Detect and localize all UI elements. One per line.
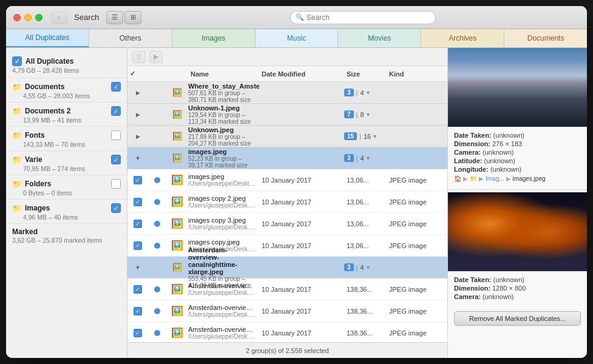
fonts-checkbox[interactable] xyxy=(111,130,121,140)
varie-checkbox[interactable]: ✓ xyxy=(111,155,121,164)
tab-others[interactable]: Others xyxy=(89,29,172,47)
file-checkbox[interactable]: ✓ xyxy=(134,198,142,206)
expand-icon[interactable]: ▼ xyxy=(127,265,148,271)
group-file-icon: 🖼️ xyxy=(166,132,188,141)
color-dot xyxy=(154,221,160,227)
list-item[interactable]: ✓ 🖼️ images copy 3.jpeg /Users/giuseppe/… xyxy=(127,213,447,235)
list-item[interactable]: ✓ 🖼️ Amsterdam-overview-canalnighttime-x… xyxy=(127,300,447,322)
badge-dropdown[interactable]: ▾ xyxy=(367,111,370,118)
minimize-button[interactable] xyxy=(24,14,32,21)
col-date[interactable]: Date Modified xyxy=(259,70,344,78)
sidebar-item-images[interactable]: 📁 Images ✓ 4,96 MB – 40 items xyxy=(6,200,127,224)
list-item[interactable]: ✓ 🖼️ images copy 2.jpeg /Users/giuseppe/… xyxy=(127,191,447,213)
preview-meta-1: Date Taken: (unknown) Dimension: 276 × 1… xyxy=(448,127,587,187)
expand-icon[interactable]: ▶ xyxy=(127,90,148,96)
col-name[interactable]: Name xyxy=(188,70,259,78)
group-name-cell: Unknown.jpeg 217,89 KB in group – 204,27… xyxy=(188,126,259,147)
sidebar-item-marked[interactable]: Marked 3,62 GB – 25.870 marked items xyxy=(6,224,127,246)
color-dot xyxy=(154,199,160,205)
group-row[interactable]: ▶ 🖼️ Where_to_stay_Amsterdam.jpg 507,61 … xyxy=(127,82,447,104)
search-input[interactable] xyxy=(307,13,430,22)
breadcrumb: 🏠 ▶ 📁 ▶ Imag... ▶ images.jpeg xyxy=(454,175,581,182)
expand-icon[interactable]: ▶ xyxy=(127,112,148,118)
folder-icon: 📁 xyxy=(12,83,22,92)
statusbar: 2 group(s) of 2.558 selected xyxy=(127,342,447,358)
col-size[interactable]: Size xyxy=(344,70,387,78)
breadcrumb-current: images.jpeg xyxy=(513,175,546,182)
filelist-scroll[interactable]: ▶ 🖼️ Where_to_stay_Amsterdam.jpg 507,61 … xyxy=(127,82,447,342)
group-row[interactable]: ▶ 🖼️ Unknown-1.jpeg 129,54 KB in group –… xyxy=(127,104,447,126)
traffic-lights xyxy=(13,14,42,21)
group-name-cell: Where_to_stay_Amsterdam.jpg 507,61 KB in… xyxy=(188,83,259,103)
file-checkbox[interactable]: ✓ xyxy=(134,329,142,337)
search-icon: 🔍 xyxy=(296,13,304,21)
list-view-button[interactable]: ☰ xyxy=(106,11,123,24)
file-icon: 🖼️ xyxy=(166,327,188,339)
group-badge: 15 | 16 ▾ xyxy=(344,132,387,140)
tab-music[interactable]: Music xyxy=(256,29,339,47)
folders-checkbox[interactable] xyxy=(111,179,121,189)
sidebar: ✓ All Duplicates 4,79 GB – 28.428 items … xyxy=(6,48,127,358)
folder-icon: 📁 xyxy=(12,204,22,213)
tab-archives[interactable]: Archives xyxy=(421,29,504,47)
back-button[interactable]: ‹ xyxy=(51,12,67,24)
group-row[interactable]: ▶ 🖼️ Unknown.jpeg 217,89 KB in group – 2… xyxy=(127,126,447,147)
color-dot xyxy=(154,308,160,314)
file-checkbox[interactable]: ✓ xyxy=(134,220,142,228)
file-checkbox[interactable]: ✓ xyxy=(134,176,142,184)
close-button[interactable] xyxy=(13,14,21,21)
folder-icon: 📁 xyxy=(12,155,22,164)
badge-dropdown[interactable]: ▾ xyxy=(373,133,376,140)
preview-image-1 xyxy=(448,48,587,127)
sidebar-item-fonts[interactable]: 📁 Fonts 143,33 MB – 70 items xyxy=(6,127,127,151)
column-view-button[interactable]: ⊞ xyxy=(124,11,141,24)
sidebar-item-all-duplicates[interactable]: ✓ All Duplicates 4,79 GB – 28.428 items xyxy=(6,52,127,78)
images-checkbox[interactable]: ✓ xyxy=(111,203,121,213)
tab-documents[interactable]: Documents xyxy=(504,29,587,47)
list-item[interactable]: ✓ 🖼️ Amsterdam-overview-canalnighttime-x… xyxy=(127,278,447,300)
file-checkbox[interactable]: ✓ xyxy=(134,285,142,294)
meta-dimension-2: Dimension: 1280 × 800 xyxy=(454,285,581,292)
color-dot xyxy=(154,286,160,292)
documents2-checkbox[interactable]: ✓ xyxy=(111,106,121,116)
titlebar-title: Search xyxy=(74,13,99,22)
meta-camera-2: Camera: (unknown) xyxy=(454,293,581,300)
sidebar-item-documents[interactable]: 📁 Documents ✓ 4,55 GB – 28.003 items xyxy=(6,78,127,103)
play-button[interactable]: ▶ xyxy=(149,51,163,63)
group-row-selected[interactable]: ▼ 🖼️ images.jpeg 52,23 KB in group – 39,… xyxy=(127,147,447,169)
sidebar-item-varie[interactable]: 📁 Varie ✓ 70,95 MB – 274 items xyxy=(6,151,127,175)
search-bar: 🔍 xyxy=(146,11,580,24)
expand-icon[interactable]: ▼ xyxy=(127,155,148,161)
breadcrumb-folder[interactable]: 📁 xyxy=(470,175,477,182)
preview-divider xyxy=(448,189,587,190)
meta-longitude: Longitude: (unknown) xyxy=(454,166,581,173)
folder-icon: 📁 xyxy=(12,107,22,116)
file-icon: 🖼️ xyxy=(166,240,188,251)
filter-button[interactable]: ▽ xyxy=(132,51,146,63)
badge-dropdown[interactable]: ▾ xyxy=(367,264,370,271)
file-checkbox[interactable]: ✓ xyxy=(134,307,142,315)
breadcrumb-imag[interactable]: Imag... xyxy=(486,175,504,182)
tab-images[interactable]: Images xyxy=(172,29,256,47)
remove-duplicates-button[interactable]: Remove All Marked Duplicates... xyxy=(454,311,581,326)
tab-all-duplicates[interactable]: All Duplicates xyxy=(6,29,89,47)
expand-icon[interactable]: ▶ xyxy=(127,133,148,140)
group-row-selected[interactable]: ▼ 🖼️ Amsterdam-overview-canalnighttime-x… xyxy=(127,257,447,278)
titlebar: ‹ Search ☰ ⊞ 🔍 xyxy=(6,6,587,29)
view-buttons: ☰ ⊞ xyxy=(106,11,141,24)
canal-reflection-graphic xyxy=(448,48,587,127)
tab-movies[interactable]: Movies xyxy=(338,29,421,47)
list-item[interactable]: ✓ 🖼️ Amsterdam-overview-canalnighttime-x… xyxy=(127,322,447,342)
documents-checkbox[interactable]: ✓ xyxy=(111,82,121,92)
badge-dropdown[interactable]: ▾ xyxy=(367,89,370,96)
breadcrumb-home[interactable]: 🏠 xyxy=(454,175,461,182)
sidebar-item-folders[interactable]: 📁 Folders 0 Bytes – 0 items xyxy=(6,175,127,200)
all-duplicates-checkbox[interactable]: ✓ xyxy=(12,56,22,66)
file-checkbox[interactable]: ✓ xyxy=(134,241,142,250)
list-item[interactable]: ✓ 🖼️ images.jpeg /Users/giuseppe/Desktop… xyxy=(127,169,447,191)
badge-dropdown[interactable]: ▾ xyxy=(367,155,370,161)
col-kind[interactable]: Kind xyxy=(387,70,447,78)
sidebar-item-documents2[interactable]: 📁 Documents 2 ✓ 13,99 MB – 41 items xyxy=(6,103,127,127)
list-item[interactable]: ✓ 🖼️ images copy.jpeg /Users/giuseppe/De… xyxy=(127,235,447,257)
maximize-button[interactable] xyxy=(35,14,42,21)
